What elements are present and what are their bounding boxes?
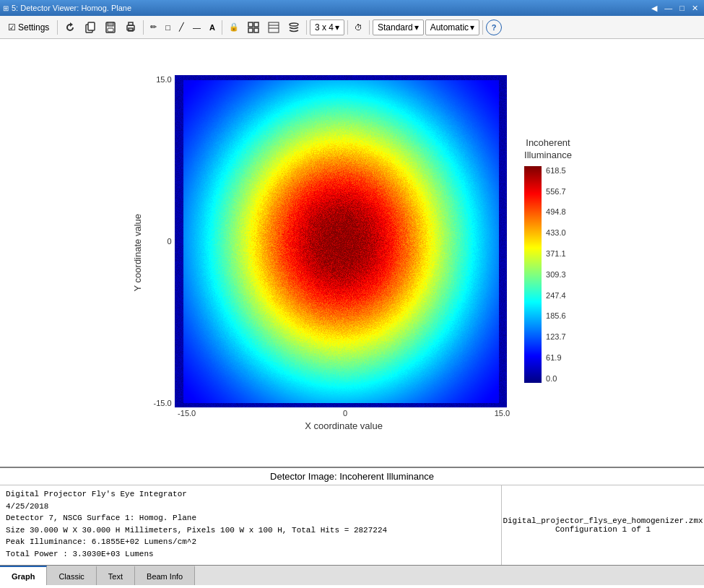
svg-rect-10 (248, 28, 253, 33)
info-title: Detector Image: Incoherent Illuminance (0, 468, 704, 485)
sep-1 (57, 20, 58, 35)
toolbar: ☑ Settings ✏ □ ╱ — A 🔒 (0, 16, 704, 39)
save-btn[interactable] (101, 18, 120, 37)
settings-checkbox-icon: ☑ (8, 22, 16, 33)
title-bar-left: ⊞ 5: Detector Viewer: Homog. Plane (3, 4, 131, 12)
x-ticks: -15.0 0 15.0 (178, 407, 510, 418)
settings-label: Settings (18, 22, 49, 33)
info-right: Digital_projector_flys_eye_homogenizer.z… (502, 485, 704, 565)
print-btn[interactable] (121, 18, 140, 37)
sep-6 (369, 20, 370, 35)
svg-rect-4 (108, 28, 113, 32)
tab-graph[interactable]: Graph (0, 566, 47, 585)
help-btn[interactable]: ? (486, 20, 502, 35)
standard-dropdown[interactable]: Standard ▾ (373, 20, 424, 35)
main-content: Y coordinate value 15.0 0 -15.0 (0, 39, 704, 588)
info-content: Digital Projector Fly's Eye Integrator 4… (0, 485, 704, 565)
lock-btn[interactable]: 🔒 (225, 18, 243, 37)
colorbar-container: IncoherentIlluminance 618.5 556.7 494.8 … (524, 137, 572, 383)
standard-label: Standard (378, 22, 413, 33)
close-btn[interactable]: ✕ (689, 1, 701, 14)
heatmap-canvas (175, 75, 507, 407)
cb-label-3: 433.0 (546, 228, 566, 237)
grid-btn[interactable] (244, 18, 263, 37)
tab-beam-info[interactable]: Beam Info (135, 566, 195, 585)
x-tick-mid: 0 (343, 409, 347, 418)
automatic-arrow-icon: ▾ (470, 22, 474, 33)
grid2-btn[interactable] (264, 18, 283, 37)
cb-label-5: 309.3 (546, 270, 566, 279)
sep-4 (306, 20, 307, 35)
svg-rect-3 (108, 22, 113, 26)
plot-row: 15.0 0 -15.0 (154, 75, 507, 407)
x-tick-right: 15.0 (495, 409, 510, 418)
grid2-icon (268, 22, 279, 33)
grid-label: 3 x 4 (315, 22, 334, 33)
window-title: 5: Detector Viewer: Homog. Plane (12, 4, 131, 12)
cb-label-2: 494.8 (546, 207, 566, 216)
x-tick-left: -15.0 (178, 409, 196, 418)
svg-rect-1 (88, 22, 95, 30)
cb-label-10: 0.0 (546, 374, 566, 383)
cb-label-6: 247.4 (546, 291, 566, 300)
info-filename: Digital_projector_flys_eye_homogenizer.z… (503, 516, 703, 534)
save-icon (105, 22, 116, 33)
sep-2 (143, 20, 144, 35)
colorbar-labels: 618.5 556.7 494.8 433.0 371.1 309.3 247.… (546, 166, 566, 383)
cb-label-4: 371.1 (546, 249, 566, 258)
bottom-tabs: Graph Classic Text Beam Info (0, 565, 704, 585)
copy-icon (84, 22, 96, 33)
info-panel: Detector Image: Incoherent Illuminance D… (0, 467, 704, 588)
y-tick-bot: -15.0 (154, 399, 172, 407)
minimize-btn[interactable]: — (661, 1, 675, 14)
maximize-btn[interactable]: □ (677, 1, 687, 14)
info-line-4: Peak Illuminance: 6.1855E+02 Lumens/cm^2 (6, 536, 495, 548)
svg-rect-8 (248, 22, 253, 27)
refresh-btn[interactable] (61, 18, 79, 37)
hline-btn[interactable]: — (189, 18, 204, 37)
layer-icon (288, 22, 300, 33)
cb-label-0: 618.5 (546, 166, 566, 175)
y-ticks: 15.0 0 -15.0 (154, 75, 175, 407)
rect-btn[interactable]: □ (162, 18, 174, 37)
line-btn[interactable]: ╱ (175, 18, 188, 37)
cb-label-9: 61.9 (546, 353, 566, 362)
print-icon (125, 22, 136, 33)
svg-rect-9 (254, 22, 258, 27)
title-bar-controls: ◀ — □ ✕ (648, 1, 701, 14)
tab-text[interactable]: Text (97, 566, 135, 585)
automatic-label: Automatic (430, 22, 469, 33)
svg-rect-6 (129, 22, 133, 25)
plot-container: Y coordinate value 15.0 0 -15.0 (132, 75, 572, 431)
window-icon: ⊞ (3, 4, 9, 12)
cb-label-7: 185.6 (546, 311, 566, 320)
settings-toggle[interactable]: ☑ Settings (3, 20, 54, 35)
grid-dropdown[interactable]: 3 x 4 ▾ (310, 20, 344, 35)
sep-5 (347, 20, 348, 35)
refresh-icon (64, 22, 76, 33)
cb-label-1: 556.7 (546, 187, 566, 196)
info-line-3: Size 30.000 W X 30.000 H Millimeters, Pi… (6, 524, 495, 537)
colorbar-canvas (524, 166, 542, 383)
tab-classic[interactable]: Classic (47, 566, 96, 585)
scroll-left-btn[interactable]: ◀ (648, 1, 660, 14)
automatic-dropdown[interactable]: Automatic ▾ (425, 20, 479, 35)
pencil-btn[interactable]: ✏ (147, 18, 160, 37)
info-line-1: 4/25/2018 (6, 501, 495, 513)
colorbar-title-text: IncoherentIlluminance (524, 137, 572, 160)
plot-area: Y coordinate value 15.0 0 -15.0 (0, 39, 704, 467)
y-tick-mid: 0 (168, 237, 172, 246)
copy-btn[interactable] (81, 18, 100, 37)
timer-btn[interactable]: ⏱ (351, 18, 366, 37)
svg-rect-7 (129, 28, 133, 31)
svg-rect-12 (269, 22, 279, 33)
info-line-2: Detector 7, NSCG Surface 1: Homog. Plane (6, 512, 495, 524)
grid-icon (248, 22, 259, 33)
sep-3 (222, 20, 222, 35)
standard-arrow-icon: ▾ (414, 22, 419, 33)
text-btn[interactable]: A (206, 18, 219, 37)
svg-point-15 (290, 23, 298, 26)
layer-btn[interactable] (284, 18, 303, 37)
svg-rect-11 (254, 28, 258, 33)
sep-7 (482, 20, 483, 35)
